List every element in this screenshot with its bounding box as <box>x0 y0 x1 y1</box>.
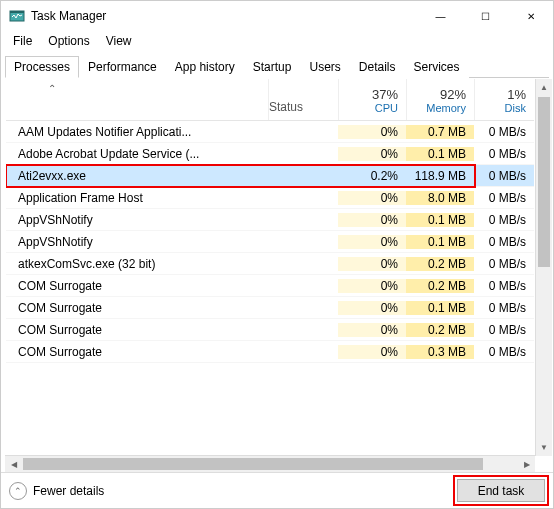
close-button[interactable]: ✕ <box>508 1 553 31</box>
maximize-button[interactable]: ☐ <box>463 1 508 31</box>
process-disk: 0 MB/s <box>474 345 534 359</box>
chevron-up-icon: ⌃ <box>9 482 27 500</box>
minimize-button[interactable]: — <box>418 1 463 31</box>
process-memory: 0.3 MB <box>406 345 474 359</box>
process-memory: 0.1 MB <box>406 301 474 315</box>
table-row[interactable]: COM Surrogate0%0.3 MB0 MB/s <box>6 341 534 363</box>
process-disk: 0 MB/s <box>474 125 534 139</box>
table-row[interactable]: atkexComSvc.exe (32 bit)0%0.2 MB0 MB/s <box>6 253 534 275</box>
process-name: COM Surrogate <box>6 301 268 315</box>
process-memory: 8.0 MB <box>406 191 474 205</box>
scroll-right-icon[interactable]: ▶ <box>518 456 535 472</box>
process-memory: 0.1 MB <box>406 235 474 249</box>
process-disk: 0 MB/s <box>474 301 534 315</box>
table-row[interactable]: Adobe Acrobat Update Service (...0%0.1 M… <box>6 143 534 165</box>
process-disk: 0 MB/s <box>474 147 534 161</box>
process-disk: 0 MB/s <box>474 191 534 205</box>
process-list: AAM Updates Notifier Applicati...0%0.7 M… <box>6 121 534 363</box>
footer: ⌃ Fewer details End task <box>1 472 553 508</box>
process-name: COM Surrogate <box>6 279 268 293</box>
header-cpu[interactable]: 37% CPU <box>338 79 406 120</box>
window-title: Task Manager <box>31 9 418 23</box>
table-row[interactable]: COM Surrogate0%0.1 MB0 MB/s <box>6 297 534 319</box>
sort-ascending-icon: ⌃ <box>48 83 56 94</box>
header-memory[interactable]: 92% Memory <box>406 79 474 120</box>
tab-app-history[interactable]: App history <box>166 56 244 78</box>
tab-processes[interactable]: Processes <box>5 56 79 78</box>
header-disk[interactable]: 1% Disk <box>474 79 534 120</box>
process-memory: 0.2 MB <box>406 279 474 293</box>
header-name[interactable]: ⌃ Name <box>6 79 268 120</box>
table-row[interactable]: Application Frame Host0%8.0 MB0 MB/s <box>6 187 534 209</box>
process-cpu: 0% <box>338 213 406 227</box>
process-memory: 0.2 MB <box>406 323 474 337</box>
column-headers: ⌃ Name Status 37% CPU 92% Memory 1% Disk <box>6 79 534 121</box>
process-cpu: 0% <box>338 323 406 337</box>
svg-rect-1 <box>10 11 24 13</box>
process-name: AppVShNotify <box>6 213 268 227</box>
process-cpu: 0% <box>338 301 406 315</box>
tab-users[interactable]: Users <box>300 56 349 78</box>
table-row[interactable]: AppVShNotify0%0.1 MB0 MB/s <box>6 209 534 231</box>
tab-strip: Processes Performance App history Startu… <box>5 55 549 78</box>
table-row[interactable]: COM Surrogate0%0.2 MB0 MB/s <box>6 319 534 341</box>
process-cpu: 0% <box>338 191 406 205</box>
table-row[interactable]: AppVShNotify0%0.1 MB0 MB/s <box>6 231 534 253</box>
process-cpu: 0% <box>338 125 406 139</box>
process-cpu: 0% <box>338 279 406 293</box>
table-row[interactable]: AAM Updates Notifier Applicati...0%0.7 M… <box>6 121 534 143</box>
process-disk: 0 MB/s <box>474 279 534 293</box>
menu-view[interactable]: View <box>98 32 140 50</box>
tab-services[interactable]: Services <box>405 56 469 78</box>
process-cpu: 0% <box>338 235 406 249</box>
process-memory: 0.1 MB <box>406 213 474 227</box>
titlebar[interactable]: Task Manager — ☐ ✕ <box>1 1 553 31</box>
process-name: Ati2evxx.exe <box>6 169 268 183</box>
table-row[interactable]: Ati2evxx.exe0.2%118.9 MB0 MB/s <box>6 165 534 187</box>
process-cpu: 0% <box>338 257 406 271</box>
horizontal-scrollbar[interactable]: ◀ ▶ <box>5 455 535 472</box>
menubar: File Options View <box>1 31 553 51</box>
scroll-up-icon[interactable]: ▲ <box>536 79 552 96</box>
scroll-down-icon[interactable]: ▼ <box>536 439 552 456</box>
process-name: AAM Updates Notifier Applicati... <box>6 125 268 139</box>
process-name: COM Surrogate <box>6 323 268 337</box>
app-icon <box>9 8 25 24</box>
process-memory: 118.9 MB <box>406 169 474 183</box>
process-disk: 0 MB/s <box>474 323 534 337</box>
process-disk: 0 MB/s <box>474 257 534 271</box>
process-cpu: 0.2% <box>338 169 406 183</box>
table-row[interactable]: COM Surrogate0%0.2 MB0 MB/s <box>6 275 534 297</box>
process-memory: 0.7 MB <box>406 125 474 139</box>
process-name: Application Frame Host <box>6 191 268 205</box>
scroll-thumb-horizontal[interactable] <box>23 458 483 470</box>
end-task-button[interactable]: End task <box>457 479 545 502</box>
process-memory: 0.2 MB <box>406 257 474 271</box>
process-disk: 0 MB/s <box>474 235 534 249</box>
process-disk: 0 MB/s <box>474 169 534 183</box>
vertical-scrollbar[interactable]: ▲ ▼ <box>535 79 552 456</box>
process-name: atkexComSvc.exe (32 bit) <box>6 257 268 271</box>
process-name: AppVShNotify <box>6 235 268 249</box>
menu-file[interactable]: File <box>5 32 40 50</box>
process-cpu: 0% <box>338 345 406 359</box>
scroll-left-icon[interactable]: ◀ <box>5 456 22 472</box>
process-disk: 0 MB/s <box>474 213 534 227</box>
process-cpu: 0% <box>338 147 406 161</box>
process-name: Adobe Acrobat Update Service (... <box>6 147 268 161</box>
menu-options[interactable]: Options <box>40 32 97 50</box>
tab-details[interactable]: Details <box>350 56 405 78</box>
process-name: COM Surrogate <box>6 345 268 359</box>
scroll-thumb-vertical[interactable] <box>538 97 550 267</box>
process-memory: 0.1 MB <box>406 147 474 161</box>
tab-startup[interactable]: Startup <box>244 56 301 78</box>
tab-performance[interactable]: Performance <box>79 56 166 78</box>
fewer-details-button[interactable]: ⌃ Fewer details <box>9 482 457 500</box>
header-status[interactable]: Status <box>268 79 338 120</box>
